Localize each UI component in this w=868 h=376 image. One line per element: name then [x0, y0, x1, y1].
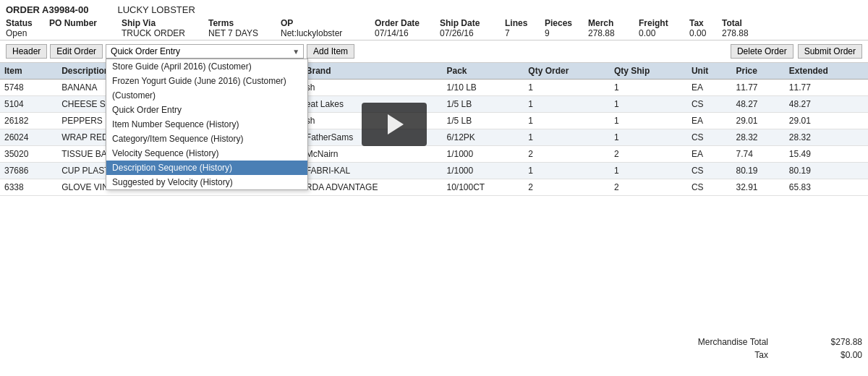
table-cell: sh	[302, 80, 443, 96]
dropdown-menu: Store Guide (April 2016) (Customer)Froze…	[106, 59, 308, 190]
table-cell: CS	[687, 163, 732, 179]
table-cell: RDA ADVANTAGE	[302, 179, 443, 196]
table-cell: 28.32	[732, 129, 785, 146]
dropdown-item[interactable]: Quick Order Entry	[106, 103, 307, 117]
ship-date-label: Ship Date	[440, 18, 505, 28]
table-cell: 2	[610, 146, 687, 163]
pieces-label: Pieces	[545, 18, 588, 28]
column-header-item: Item	[0, 63, 57, 80]
table-cell: 1	[524, 129, 610, 146]
table-cell: 1	[524, 96, 610, 113]
table-cell: 1	[524, 163, 610, 179]
dropdown-item[interactable]: (Customer)	[106, 88, 307, 103]
video-overlay[interactable]	[362, 103, 427, 146]
table-cell: CS	[687, 179, 732, 196]
order-date-label: Order Date	[375, 18, 440, 28]
table-cell: 80.19	[732, 163, 785, 179]
dropdown-item[interactable]: Description Sequence (History)	[106, 161, 307, 175]
ship-via-value: TRUCK ORDER	[122, 28, 208, 38]
toolbar: Header Edit Order Store Guide (April 201…	[0, 40, 868, 63]
table-cell: 7.74	[732, 146, 785, 163]
table-cell: CS	[687, 129, 732, 146]
merch-total-row: Merchandise Total $278.88	[652, 336, 862, 349]
table-cell: 2	[524, 179, 610, 196]
order-entry-select[interactable]: Store Guide (April 2016) (Customer)Froze…	[106, 44, 304, 59]
table-cell: McNairn	[302, 146, 443, 163]
table-cell: 1/5 LB	[442, 96, 524, 113]
submit-order-button[interactable]: Submit Order	[798, 44, 862, 59]
dropdown-item[interactable]: Item Number Sequence (History)	[106, 117, 307, 132]
terms-label: Terms	[208, 18, 281, 28]
table-cell: 35020	[0, 146, 57, 163]
delete-order-button[interactable]: Delete Order	[731, 44, 793, 59]
table-cell: 28.32	[785, 129, 868, 146]
table-cell: 5748	[0, 80, 57, 96]
order-entry-dropdown-wrapper: Store Guide (April 2016) (Customer)Froze…	[106, 44, 304, 59]
table-cell: 2	[524, 146, 610, 163]
column-header-pack: Pack	[442, 63, 524, 80]
header-button[interactable]: Header	[6, 44, 47, 59]
table-cell: EA	[687, 113, 732, 129]
table-cell: 1/10 LB	[442, 80, 524, 96]
merch-value: 278.88	[588, 28, 639, 38]
table-cell: 26024	[0, 129, 57, 146]
column-header-qty-order: Qty Order	[524, 63, 610, 80]
table-cell: 11.77	[785, 80, 868, 96]
table-cell: 1	[524, 80, 610, 96]
add-item-button[interactable]: Add Item	[307, 44, 354, 59]
tax-value: 0.00	[689, 28, 722, 38]
table-cell: 1	[524, 113, 610, 129]
table-cell: 15.49	[785, 146, 868, 163]
table-cell: 1	[610, 129, 687, 146]
merch-total-label: Merchandise Total	[652, 337, 768, 347]
status-value: Open	[6, 28, 49, 38]
table-cell: 29.01	[732, 113, 785, 129]
table-cell: 5104	[0, 96, 57, 113]
tax-total-label: Tax	[652, 350, 768, 360]
table-cell: 1/5 LB	[442, 113, 524, 129]
table-cell: 1	[610, 163, 687, 179]
totals-section: Merchandise Total $278.88 Tax $0.00	[652, 336, 862, 362]
table-cell: 6/12PK	[442, 129, 524, 146]
total-value: 278.88	[722, 28, 765, 38]
table-cell: CS	[687, 96, 732, 113]
freight-label: Freight	[639, 18, 689, 28]
table-cell: 48.27	[785, 96, 868, 113]
dropdown-item[interactable]: Store Guide (April 2016) (Customer)	[106, 59, 307, 74]
tax-total-value: $0.00	[812, 350, 862, 360]
order-title-row: ORDER A39984-00 LUCKY LOBSTER	[6, 3, 862, 17]
table-cell: 1	[610, 96, 687, 113]
total-label: Total	[722, 18, 765, 28]
order-header: ORDER A39984-00 LUCKY LOBSTER Status Ope…	[0, 0, 868, 40]
table-cell: 32.91	[732, 179, 785, 196]
table-cell: FABRI-KAL	[302, 163, 443, 179]
po-number-label: PO Number	[49, 18, 122, 28]
status-label: Status	[6, 18, 49, 28]
merch-label: Merch	[588, 18, 639, 28]
tax-label: Tax	[689, 18, 722, 28]
table-cell: 10/100CT	[442, 179, 524, 196]
table-cell: 2	[610, 179, 687, 196]
table-cell: 1/1000	[442, 146, 524, 163]
dropdown-item[interactable]: Category/Item Sequence (History)	[106, 132, 307, 146]
table-cell: 80.19	[785, 163, 868, 179]
order-date-value: 07/14/16	[375, 28, 440, 38]
dropdown-item[interactable]: Velocity Sequence (History)	[106, 146, 307, 161]
freight-value: 0.00	[639, 28, 689, 38]
table-cell: 6338	[0, 179, 57, 196]
lines-value: 7	[505, 28, 545, 38]
column-header-brand: Brand	[302, 63, 443, 80]
merch-total-value: $278.88	[812, 337, 862, 347]
dropdown-item[interactable]: Frozen Yogurt Guide (June 2016) (Custome…	[106, 74, 307, 88]
ship-via-label: Ship Via	[122, 18, 208, 28]
table-cell: 37686	[0, 163, 57, 179]
dropdown-item[interactable]: Suggested by Velocity (History)	[106, 175, 307, 189]
ship-date-value: 07/26/16	[440, 28, 505, 38]
edit-order-button[interactable]: Edit Order	[50, 44, 103, 59]
op-label: OP	[281, 18, 375, 28]
table-cell: 65.83	[785, 179, 868, 196]
table-cell: 26182	[0, 113, 57, 129]
tax-total-row: Tax $0.00	[652, 349, 862, 362]
pieces-value: 9	[545, 28, 588, 38]
table-cell: 1	[610, 80, 687, 96]
